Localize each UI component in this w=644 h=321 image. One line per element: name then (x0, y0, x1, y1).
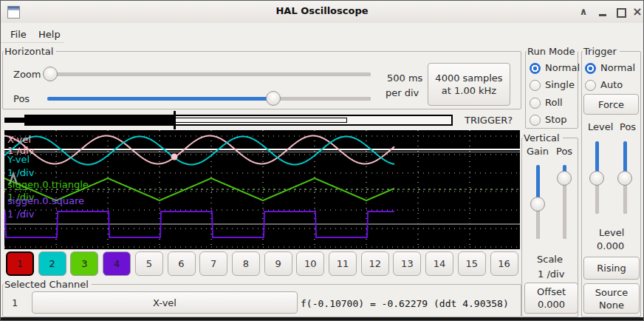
radio-label: Single (545, 79, 575, 90)
channel-button-12[interactable]: 12 (361, 251, 389, 276)
trigger-level-label: Level (599, 227, 624, 238)
channel-button-14[interactable]: 14 (425, 251, 453, 276)
minimize-icon[interactable] (595, 4, 610, 19)
radio-icon[interactable] (530, 98, 541, 109)
channel-button-2[interactable]: 2 (38, 251, 66, 276)
channel-button-15[interactable]: 15 (458, 251, 486, 276)
channel-button-5[interactable]: 5 (135, 251, 163, 276)
force-button[interactable]: Force (583, 94, 639, 115)
trigger-group-label: Trigger (583, 46, 620, 57)
scope-channel-label: siggen.0.triangle (7, 180, 89, 190)
trigger-level-value: 0.000 (597, 240, 624, 251)
scope-channel-label: 1 /div (7, 209, 34, 220)
channel-button-3[interactable]: 3 (70, 251, 98, 276)
trigger-status-label: TRIGGER? (465, 115, 513, 126)
record-bar-filled (25, 116, 175, 124)
radio-icon[interactable] (585, 63, 596, 74)
channel-source-button[interactable]: X-vel (32, 291, 298, 314)
channel-button-11[interactable]: 11 (329, 251, 357, 276)
radio-label: Stop (545, 114, 567, 125)
close-icon[interactable]: × (630, 4, 644, 19)
scale-label: Scale (537, 254, 563, 265)
scope-channel-label: Y-vel (7, 155, 30, 165)
channel-button-1[interactable]: 1 (6, 251, 34, 276)
record-bar-pending (175, 118, 347, 123)
gain-slider-handle[interactable] (530, 197, 545, 212)
run-mode-group-label: Run Mode (527, 46, 578, 57)
radio-label: Roll (545, 97, 563, 108)
radio-icon[interactable] (530, 63, 541, 74)
radio-icon[interactable] (530, 80, 541, 91)
trigger-pos-slider-label: Pos (620, 121, 636, 132)
channel-button-16[interactable]: 16 (490, 251, 518, 276)
channel-value-readout: f(-0.10700) = -0.62279 (ddt 4.90358) (301, 298, 509, 309)
trigger-level-slider-label: Level (588, 121, 613, 132)
horizontal-group-label: Horizontal (4, 46, 56, 57)
record-bar-pretrigger (4, 118, 24, 123)
channel-button-8[interactable]: 8 (232, 251, 260, 276)
radio-label: Auto (600, 79, 623, 90)
offset-button[interactable]: Offset 0.000 (524, 283, 578, 314)
scale-value: 1 /div (538, 268, 564, 280)
vertical-pos-slider-label: Pos (556, 146, 572, 157)
channel-button-6[interactable]: 6 (168, 251, 196, 276)
menu-help[interactable]: Help (38, 29, 61, 40)
menu-separator (1, 42, 64, 43)
channel-button-7[interactable]: 7 (199, 251, 227, 276)
channel-button-9[interactable]: 9 (264, 251, 292, 276)
radio-label: Normal (545, 62, 580, 73)
zoom-slider-label: Zoom (13, 69, 41, 80)
pos-slider-label: Pos (13, 93, 30, 104)
window-title: HAL Oscilloscope (1, 5, 643, 16)
radio-icon[interactable] (585, 80, 596, 91)
horizontal-pos-slider-handle[interactable] (266, 91, 281, 106)
channel-button-13[interactable]: 13 (393, 251, 421, 276)
maximize-icon[interactable] (613, 4, 628, 19)
record-bar-trigger-marker (174, 111, 176, 129)
scope-channel-label: 1 /div (7, 168, 34, 178)
trigger-edge-button[interactable]: Rising (583, 257, 640, 280)
vertical-pos-slider-handle[interactable] (557, 171, 572, 186)
trigger-level-slider-handle[interactable] (589, 171, 604, 186)
app-window: HAL Oscilloscope ∧ × File Help Horizonta… (0, 0, 644, 321)
channel-button-10[interactable]: 10 (296, 251, 324, 276)
samples-button[interactable]: 4000 samples at 1.00 kHz (428, 63, 510, 106)
trigger-pos-slider-handle[interactable] (617, 171, 632, 186)
selected-channel-group-label: Selected Channel (4, 279, 92, 290)
menu-bar: File Help (1, 23, 643, 43)
rate-per-div-line1: 500 ms (387, 72, 422, 84)
gain-slider-label: Gain (527, 146, 549, 157)
title-bar: HAL Oscilloscope ∧ × (1, 1, 643, 24)
menu-file[interactable]: File (10, 29, 27, 40)
zoom-slider-handle[interactable] (43, 67, 58, 81)
rate-per-div-line2: per div (386, 87, 419, 98)
window-bottom-edge (1, 317, 643, 321)
shade-icon[interactable]: ∧ (576, 4, 591, 19)
selected-channel-number: 1 (12, 297, 18, 308)
vertical-group-label: Vertical (523, 132, 563, 143)
radio-icon[interactable] (530, 115, 541, 126)
scope-channel-label: siggen.0.square (7, 196, 84, 206)
trigger-source-button[interactable]: Source None (583, 283, 640, 314)
channel-button-4[interactable]: 4 (103, 251, 131, 276)
scope-channel-label: X-vel (7, 135, 31, 145)
scope-display[interactable]: X-vel1 /divY-vel1 /divsiggen.0.triangle1… (4, 130, 520, 249)
radio-label: Normal (600, 62, 635, 73)
